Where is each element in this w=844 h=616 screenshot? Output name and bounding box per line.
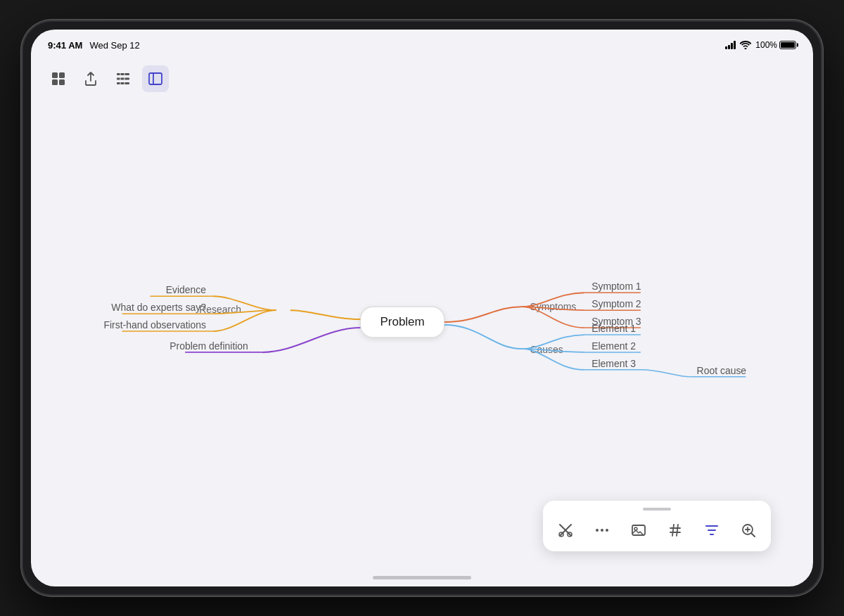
- toolbar-handle: [643, 508, 671, 511]
- svg-point-29: [606, 529, 608, 532]
- svg-line-35: [677, 525, 678, 536]
- element1-label: Element 1: [592, 323, 636, 334]
- symptom2-label: Symptom 2: [592, 298, 641, 309]
- svg-rect-2: [52, 79, 58, 85]
- sidebar-button[interactable]: [142, 65, 169, 92]
- firsthand-label: First-hand observations: [103, 319, 206, 331]
- outline-view-button[interactable]: [110, 65, 136, 92]
- main-content: Problem Symptoms Symptom 1 Symptom 2: [31, 97, 813, 586]
- center-node-label: Problem: [381, 315, 425, 328]
- battery-text: 100%: [755, 40, 777, 50]
- scissors-cross-button[interactable]: [554, 519, 577, 541]
- status-bar: 9:41 AM Wed Sep 12 100%: [31, 30, 813, 60]
- evidence-label: Evidence: [166, 284, 207, 295]
- svg-rect-5: [117, 78, 129, 80]
- svg-rect-30: [632, 525, 645, 535]
- svg-rect-0: [52, 72, 58, 78]
- device-screen: 9:41 AM Wed Sep 12 100%: [31, 30, 813, 586]
- zoom-button[interactable]: [737, 519, 760, 541]
- svg-rect-9: [149, 73, 162, 84]
- image-button[interactable]: [627, 519, 650, 541]
- experts-label: What do experts say?: [111, 302, 206, 313]
- svg-line-34: [672, 525, 674, 536]
- status-time: 9:41 AM: [48, 40, 82, 51]
- problem-definition-label: Problem definition: [170, 340, 248, 352]
- bottom-toolbar: [543, 501, 771, 551]
- root-cause-label: Root cause: [697, 365, 747, 376]
- svg-point-27: [596, 529, 599, 532]
- toolbar-icons: [554, 519, 760, 541]
- share-button[interactable]: [77, 65, 104, 92]
- svg-point-28: [601, 529, 603, 532]
- battery-fill: [781, 42, 795, 48]
- symptom1-label: Symptom 1: [592, 281, 641, 292]
- grid-view-button[interactable]: [45, 65, 72, 92]
- svg-rect-4: [117, 73, 129, 75]
- toolbar: [31, 60, 813, 97]
- status-date: Wed Sep 12: [89, 40, 139, 51]
- svg-rect-1: [59, 72, 65, 78]
- home-indicator: [373, 576, 471, 579]
- battery-indicator: 100%: [755, 40, 796, 50]
- signal-icon: [725, 41, 736, 49]
- svg-rect-6: [117, 82, 129, 84]
- device-frame: 9:41 AM Wed Sep 12 100%: [21, 20, 823, 596]
- svg-line-37: [752, 534, 755, 537]
- hash-button[interactable]: [664, 519, 686, 541]
- element3-label: Element 3: [592, 358, 636, 369]
- filter-button[interactable]: [701, 519, 723, 541]
- battery-icon: [779, 41, 796, 49]
- svg-rect-3: [59, 79, 65, 85]
- wifi-icon: [740, 41, 751, 49]
- status-right: 100%: [725, 40, 796, 50]
- element2-label: Element 2: [592, 340, 636, 352]
- more-button[interactable]: [591, 519, 613, 541]
